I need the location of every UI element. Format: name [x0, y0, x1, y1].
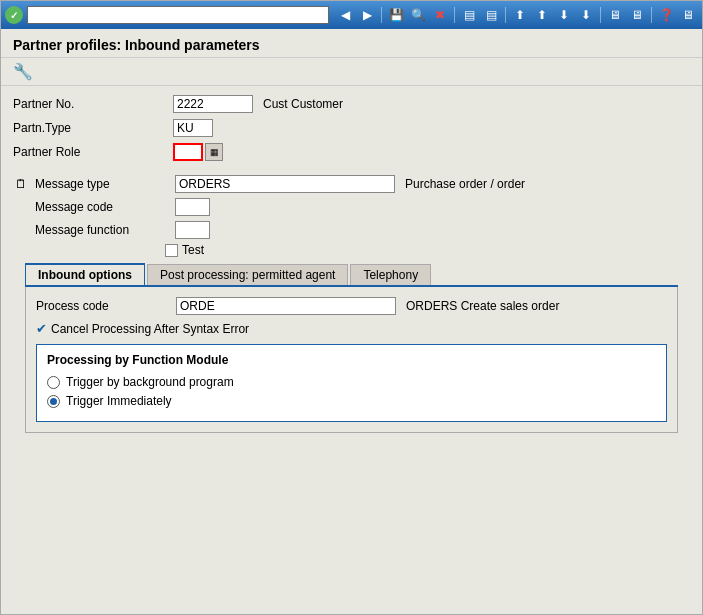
save-icon[interactable]: 💾 — [386, 5, 406, 25]
down2-icon[interactable]: ⬇ — [576, 5, 596, 25]
check-icon: ✓ — [5, 6, 23, 24]
up2-icon[interactable]: ⬆ — [532, 5, 552, 25]
test-label: Test — [182, 243, 204, 257]
help-icon[interactable]: ❓ — [656, 5, 676, 25]
print2-icon[interactable]: ▤ — [481, 5, 501, 25]
tabs-bar: Inbound options Post processing: permitt… — [25, 263, 678, 287]
message-function-row: Message function — [13, 220, 690, 240]
message-type-row: 🗒 Message type Purchase order / order — [13, 174, 690, 194]
screen2-icon[interactable]: 🖥 — [627, 5, 647, 25]
message-type-label: Message type — [35, 177, 175, 191]
cancel-checkmark-icon: ✔ — [36, 321, 47, 336]
page-title-bar: Partner profiles: Inbound parameters — [1, 29, 702, 58]
print1-icon[interactable]: ▤ — [459, 5, 479, 25]
toolbar-icons: ◀ ▶ 💾 🔍 ✖ ▤ ▤ ⬆ ⬆ ⬇ ⬇ 🖥 🖥 ❓ 🖥 — [335, 5, 698, 25]
nav-forward-icon[interactable]: ▶ — [357, 5, 377, 25]
tab-post-processing[interactable]: Post processing: permitted agent — [147, 264, 348, 285]
page-icon-row: 🔧 — [1, 58, 702, 86]
form-area: Partner No. Cust Customer Partn.Type Par… — [1, 86, 702, 614]
radio-background-button[interactable] — [47, 376, 60, 389]
processing-box: Processing by Function Module Trigger by… — [36, 344, 667, 422]
system-icon[interactable]: 🖥 — [678, 5, 698, 25]
up1-icon[interactable]: ⬆ — [510, 5, 530, 25]
message-code-input[interactable] — [175, 198, 210, 216]
message-type-desc: Purchase order / order — [405, 177, 525, 191]
radio-immediate-label: Trigger Immediately — [66, 394, 172, 408]
radio-immediate-row: Trigger Immediately — [47, 394, 656, 408]
message-type-input[interactable] — [175, 175, 395, 193]
partner-no-desc: Cust Customer — [263, 97, 343, 111]
tab-content-inbound: Process code ORDERS Create sales order ✔… — [25, 287, 678, 433]
partn-type-input[interactable] — [173, 119, 213, 137]
find-icon[interactable]: 🔍 — [408, 5, 428, 25]
tab-telephony[interactable]: Telephony — [350, 264, 431, 285]
message-code-row: Message code — [13, 197, 690, 217]
radio-immediate-button[interactable] — [47, 395, 60, 408]
process-code-input[interactable] — [176, 297, 396, 315]
process-code-desc: ORDERS Create sales order — [406, 299, 559, 313]
test-row: Test — [165, 243, 690, 257]
tab-inbound-options[interactable]: Inbound options — [25, 263, 145, 285]
radio-background-label: Trigger by background program — [66, 375, 234, 389]
message-code-label: Message code — [35, 200, 175, 214]
partner-no-row: Partner No. Cust Customer — [13, 94, 690, 114]
cancel-row: ✔ Cancel Processing After Syntax Error — [36, 321, 667, 336]
radio-background-row: Trigger by background program — [47, 375, 656, 389]
test-checkbox[interactable] — [165, 244, 178, 257]
cancel-label: Cancel Processing After Syntax Error — [51, 322, 249, 336]
partner-role-row: Partner Role ▦ — [13, 142, 690, 162]
message-function-input[interactable] — [175, 221, 210, 239]
nav-back-icon[interactable]: ◀ — [335, 5, 355, 25]
partner-role-input[interactable] — [173, 143, 203, 161]
main-window: ✓ ◀ ▶ 💾 🔍 ✖ ▤ ▤ ⬆ ⬆ ⬇ ⬇ 🖥 🖥 ❓ 🖥 Part — [0, 0, 703, 615]
page-icon: 🔧 — [13, 63, 33, 80]
message-function-label: Message function — [35, 223, 175, 237]
command-input[interactable] — [27, 6, 329, 24]
page-title: Partner profiles: Inbound parameters — [13, 37, 690, 53]
message-function-icon — [13, 222, 29, 238]
partn-type-row: Partn.Type — [13, 118, 690, 138]
process-code-label: Process code — [36, 299, 176, 313]
titlebar: ✓ ◀ ▶ 💾 🔍 ✖ ▤ ▤ ⬆ ⬆ ⬇ ⬇ 🖥 🖥 ❓ 🖥 — [1, 1, 702, 29]
processing-title: Processing by Function Module — [47, 353, 656, 367]
process-code-row: Process code ORDERS Create sales order — [36, 297, 667, 315]
partner-role-label: Partner Role — [13, 145, 173, 159]
message-code-icon — [13, 199, 29, 215]
partner-no-label: Partner No. — [13, 97, 173, 111]
message-icon: 🗒 — [13, 176, 29, 192]
partn-type-label: Partn.Type — [13, 121, 173, 135]
partner-role-controls: ▦ — [173, 143, 223, 161]
stop-icon[interactable]: ✖ — [430, 5, 450, 25]
partner-role-lookup-button[interactable]: ▦ — [205, 143, 223, 161]
screen1-icon[interactable]: 🖥 — [605, 5, 625, 25]
partner-no-input[interactable] — [173, 95, 253, 113]
down1-icon[interactable]: ⬇ — [554, 5, 574, 25]
